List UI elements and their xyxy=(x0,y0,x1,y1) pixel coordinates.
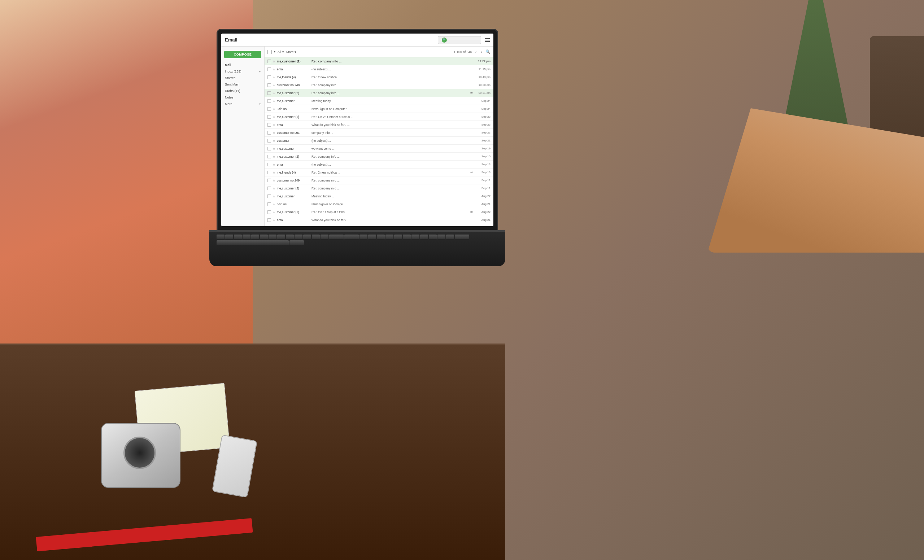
email-star-1[interactable]: ★ xyxy=(273,67,275,71)
email-row[interactable]: ★ Join us New Sign-in on Compu ... Aug 2… xyxy=(265,200,494,208)
email-checkbox-19[interactable] xyxy=(267,210,271,214)
email-row[interactable]: ★ email What do you think so far? ... Au… xyxy=(265,216,494,224)
email-star-20[interactable]: ★ xyxy=(273,218,275,222)
email-row[interactable]: ★ customer no.249 Re : company info ... … xyxy=(265,81,494,89)
next-page-button[interactable]: › xyxy=(480,49,483,54)
email-star-5[interactable]: ★ xyxy=(273,99,275,103)
email-row[interactable]: ★ me,customer Meeting today ... Sep 24 xyxy=(265,97,494,105)
email-star-17[interactable]: ★ xyxy=(273,195,275,198)
email-checkbox-14[interactable] xyxy=(267,171,271,174)
key[interactable] xyxy=(360,235,368,240)
key[interactable] xyxy=(368,235,376,240)
email-checkbox-10[interactable] xyxy=(267,139,271,142)
email-row[interactable]: ★ me,customer (2) Re : company info ... … xyxy=(265,89,494,97)
compose-button[interactable]: COMPOSE xyxy=(224,51,261,58)
key[interactable] xyxy=(394,235,402,240)
hamburger-button[interactable] xyxy=(485,38,490,42)
email-star-21[interactable]: ★ xyxy=(273,226,275,227)
email-checkbox-20[interactable] xyxy=(267,218,271,222)
sidebar-item-starred[interactable]: Starred xyxy=(221,75,264,81)
sidebar-item-notes[interactable]: Notes xyxy=(221,94,264,101)
search-bar[interactable]: 🔍 xyxy=(438,36,481,44)
key[interactable] xyxy=(329,235,344,240)
key[interactable] xyxy=(377,235,385,240)
prev-page-button[interactable]: ‹ xyxy=(474,49,478,54)
email-row[interactable]: ★ me,customer (1) Re : On 11 Sep at 11:0… xyxy=(265,208,494,216)
key[interactable] xyxy=(303,235,311,240)
key[interactable] xyxy=(438,235,446,240)
sidebar-item-mail[interactable]: Mail xyxy=(221,62,264,68)
email-row[interactable]: ★ me,customer we want some ... Sep 19 xyxy=(265,145,494,153)
email-star-12[interactable]: ★ xyxy=(273,155,275,159)
sidebar-item-more[interactable]: More ▾ xyxy=(221,101,264,107)
email-row[interactable]: ★ me,friends (4) Re : 2 new notifica ...… xyxy=(265,169,494,177)
email-row[interactable]: ★ customer no.001 company info ... Aug 2… xyxy=(265,224,494,226)
key[interactable] xyxy=(411,235,419,240)
email-star-6[interactable]: ★ xyxy=(273,107,275,111)
key[interactable] xyxy=(321,235,328,240)
key[interactable] xyxy=(344,235,359,240)
email-row[interactable]: ★ me,customer (2) Re : company info ... … xyxy=(265,184,494,192)
email-star-13[interactable]: ★ xyxy=(273,163,275,166)
email-star-3[interactable]: ★ xyxy=(273,83,275,87)
email-checkbox-5[interactable] xyxy=(267,99,271,103)
email-star-19[interactable]: ★ xyxy=(273,210,275,214)
email-checkbox-11[interactable] xyxy=(267,147,271,150)
email-star-0[interactable]: ★ xyxy=(273,60,275,63)
key[interactable] xyxy=(260,235,268,240)
email-row[interactable]: ★ email (no subject) ... Sep 13 xyxy=(265,160,494,169)
toolbar-more-button[interactable]: More ▾ xyxy=(286,50,296,54)
email-checkbox-13[interactable] xyxy=(267,163,271,166)
select-all-checkbox[interactable] xyxy=(267,50,272,54)
email-row[interactable]: ★ me,customer (2) Re : company info ... … xyxy=(265,153,494,160)
email-star-11[interactable]: ★ xyxy=(273,147,275,150)
sidebar-item-sent[interactable]: Sent Mail xyxy=(221,81,264,88)
email-row[interactable]: ★ me,customer (2) Re : company info ... … xyxy=(265,57,494,65)
email-checkbox-2[interactable] xyxy=(267,75,271,79)
email-checkbox-8[interactable] xyxy=(267,123,271,127)
key[interactable] xyxy=(277,235,285,240)
email-row[interactable]: ★ customer no.001 company info ... Sep 2… xyxy=(265,129,494,137)
email-star-14[interactable]: ★ xyxy=(273,171,275,174)
spacebar[interactable] xyxy=(217,240,289,246)
key[interactable] xyxy=(225,235,233,240)
search-button[interactable]: 🔍 xyxy=(486,49,490,54)
email-star-15[interactable]: ★ xyxy=(273,179,275,182)
email-checkbox-16[interactable] xyxy=(267,187,271,190)
key[interactable] xyxy=(251,235,259,240)
key[interactable] xyxy=(243,235,250,240)
key[interactable] xyxy=(420,235,428,240)
email-star-9[interactable]: ★ xyxy=(273,131,275,135)
key[interactable] xyxy=(312,235,320,240)
key[interactable] xyxy=(403,235,411,240)
email-row[interactable]: ★ me,customer (1) Re : On 23 October at … xyxy=(265,113,494,121)
sidebar-item-drafts[interactable]: Drafts (11) xyxy=(221,88,264,94)
email-checkbox-17[interactable] xyxy=(267,195,271,198)
email-star-4[interactable]: ★ xyxy=(273,91,275,95)
email-checkbox-0[interactable] xyxy=(267,60,271,63)
email-row[interactable]: ★ customer (no subject) ... Sep 21 xyxy=(265,137,494,145)
key[interactable] xyxy=(234,235,242,240)
email-checkbox-21[interactable] xyxy=(267,226,271,227)
key[interactable] xyxy=(429,235,437,240)
key[interactable] xyxy=(455,235,469,240)
key[interactable] xyxy=(294,235,303,240)
key[interactable] xyxy=(217,235,225,240)
key[interactable] xyxy=(290,240,304,246)
email-checkbox-18[interactable] xyxy=(267,202,271,206)
email-checkbox-12[interactable] xyxy=(267,155,271,159)
email-star-16[interactable]: ★ xyxy=(273,187,275,190)
sidebar-item-inbox[interactable]: Inbox (169) ▾ xyxy=(221,68,264,75)
filter-all[interactable]: All ▾ xyxy=(278,50,284,54)
key[interactable] xyxy=(386,235,393,240)
email-row[interactable]: ★ email (no subject) ... 11:15 pm xyxy=(265,65,494,73)
email-checkbox-9[interactable] xyxy=(267,131,271,135)
email-row[interactable]: ★ email What do you think so far? ... Se… xyxy=(265,121,494,129)
email-checkbox-7[interactable] xyxy=(267,115,271,119)
email-star-2[interactable]: ★ xyxy=(273,75,275,79)
key[interactable] xyxy=(268,235,276,240)
select-dropdown-arrow[interactable]: ▾ xyxy=(274,50,275,53)
email-star-8[interactable]: ★ xyxy=(273,123,275,127)
email-row[interactable]: ★ me,friends (4) Re : 2 new notifica ...… xyxy=(265,73,494,81)
email-row[interactable]: ★ me,customer Meeting today ... Aug 27 xyxy=(265,192,494,200)
